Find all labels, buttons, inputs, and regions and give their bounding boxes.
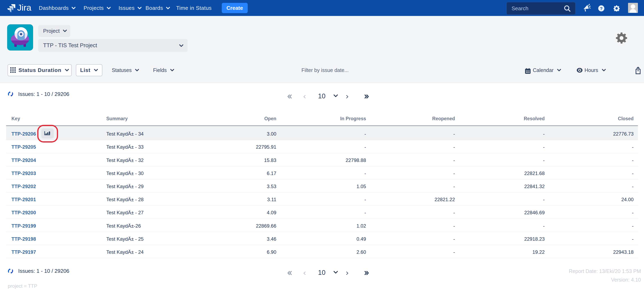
svg-text:?: ? bbox=[600, 6, 603, 11]
